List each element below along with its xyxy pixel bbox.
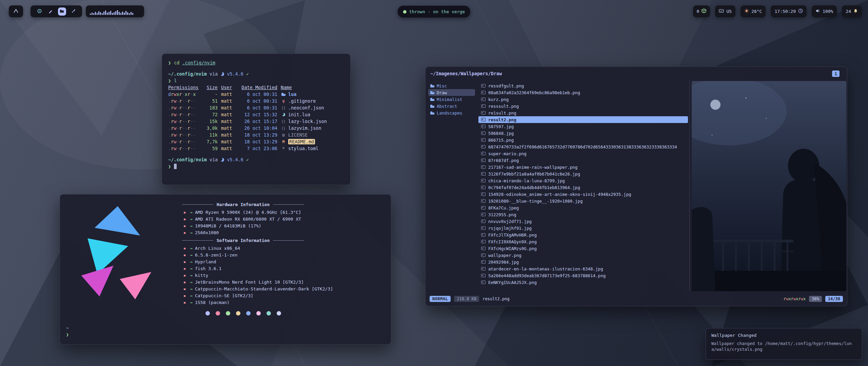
folder-icon	[59, 8, 64, 15]
file-owner: matt	[221, 125, 236, 131]
workspace-3-button[interactable]	[58, 7, 66, 16]
filetype-icon	[281, 126, 286, 130]
file-item[interactable]: FXfcJlTXgAMvH6R.png	[478, 231, 688, 238]
info-value: Catppuccin-Macchiato-Standard-Lavender-D…	[195, 286, 333, 291]
file-item[interactable]: ressdfgult.png	[478, 82, 688, 89]
file-name: chica-mirando-la-luna-8799.jpg	[488, 178, 565, 183]
file-item[interactable]: atardecer-en-la-montanas-ilustracion-634…	[478, 265, 688, 272]
clock-pill[interactable]: 17:50:29	[771, 5, 807, 17]
file-item[interactable]: 217167-sad-anime-rain-wallpaper.png	[478, 164, 688, 170]
visualizer-bar	[92, 13, 93, 15]
file-item[interactable]: wallpaper.png	[478, 252, 688, 259]
file-item[interactable]: nnvuv0xj2df71.jpg	[478, 218, 688, 225]
lua-icon	[220, 158, 224, 162]
file-item[interactable]: super-mario.png	[478, 150, 688, 157]
shell-prompt: ~/.config/nvimviav5.4.6✓	[168, 70, 344, 77]
file-item[interactable]: FXfcHgcWIAMzs0G.png	[478, 245, 688, 252]
terminal-window: ❯cd.config/nvim ~/.config/nvimviav5.4.6✓…	[162, 54, 351, 185]
file-row: .rw-r--r-- 59 matt 7 oct 23:06 stylua.to…	[168, 145, 344, 152]
info-value: AMD ATI Radeon RX 6800/6800 XT / 6900 XT	[195, 217, 301, 222]
file-item[interactable]: 154928-odinokoe_anime-art-anime-okno-sin…	[478, 191, 688, 198]
file-item[interactable]: kurz.png	[478, 96, 688, 103]
file-name: 154928-odinokoe_anime-art-anime-okno-sin…	[488, 192, 631, 197]
sidebar-directory[interactable]: Misc	[428, 82, 475, 89]
notification-popup[interactable]: Wallpaper Changed Wallpaper changed to /…	[706, 328, 862, 360]
file-name: 217167-sad-anime-rain-wallpaper.png	[488, 165, 577, 170]
filetype-icon	[281, 140, 286, 144]
info-line: Hyprland	[182, 258, 386, 265]
arrow-icon	[188, 230, 195, 235]
file-date: 18 oct 13:29	[239, 132, 277, 138]
launcher-arrow-icon	[13, 8, 19, 15]
info-icon	[182, 266, 188, 271]
file-size: 72	[203, 112, 218, 117]
file-owner: matt	[221, 139, 236, 144]
sidebar-directory[interactable]: Landscapes	[428, 109, 475, 116]
weather-pill[interactable]: 26°C	[741, 5, 766, 17]
file-item[interactable]: rsjqojlmjhf91.jpg	[478, 225, 688, 231]
file-item[interactable]: re1sult.png	[478, 109, 688, 116]
file-item[interactable]: 19201080-__blue-tinge__-1920×1080.jpg	[478, 198, 688, 204]
visualizer-bar	[102, 13, 103, 15]
sidebar-directory[interactable]: Abstract	[428, 103, 475, 109]
file-name-cell: stylua.toml	[281, 145, 344, 151]
status-bar: NORMAL 218.8 KB result2.png -rwxrwxrwx 3…	[430, 295, 843, 303]
volume-pill[interactable]: 100%	[812, 5, 837, 17]
file-item[interactable]: 5a266e448add93deab367d87173e9f25-6837886…	[478, 272, 688, 279]
file-item[interactable]: FXfcII0X0AQyn9X.png	[478, 238, 688, 245]
directory-name: Draw	[437, 90, 447, 95]
keyboard-layout-pill[interactable]: US	[715, 5, 735, 17]
file-item[interactable]: EeNKYgIUcAAJ5JX.png	[478, 279, 688, 286]
file-item[interactable]: 587597.jpg	[478, 123, 688, 130]
palette-dot	[216, 311, 220, 316]
file-item[interactable]: 866715.png	[478, 137, 688, 143]
file-item[interactable]: 87r687df.png	[478, 157, 688, 164]
status-ok-icon: ✓	[246, 157, 249, 162]
workspace-4-button[interactable]	[69, 7, 77, 16]
file-item[interactable]: 596848.jpg	[478, 130, 688, 137]
workspace-2-button[interactable]	[47, 7, 55, 16]
file-name-cell: lua	[281, 92, 344, 97]
workspace-1-button[interactable]	[36, 7, 44, 16]
file-row: drwxr-xr-x - matt 6 oct 00:31 lua	[168, 91, 344, 98]
shell-prompt[interactable]: ~ ❯	[66, 325, 69, 338]
info-icon	[182, 259, 188, 264]
image-file-icon	[481, 247, 486, 250]
file-item[interactable]: 20492984.jpg	[478, 259, 688, 265]
updates-pill[interactable]: 0	[693, 5, 710, 17]
file-item[interactable]: chica-mirando-la-luna-8799.jpg	[478, 177, 688, 184]
notifications-pill[interactable]: 24	[842, 5, 862, 17]
tab-badge[interactable]: 1	[832, 70, 840, 77]
file-item[interactable]: result2.png	[478, 116, 688, 123]
info-line: 6.5.8-zen1-1-zen	[182, 251, 386, 258]
hyprland-logo	[70, 203, 164, 308]
file-item[interactable]: 3126f7e9bbf21a8a4af0b67b041c6e26.jpg	[478, 170, 688, 177]
browser-icon	[37, 8, 42, 15]
notification-count: 24	[846, 9, 851, 14]
info-icon	[182, 223, 188, 228]
sidebar-directory[interactable]: Minimalist	[428, 96, 475, 103]
file-item[interactable]: 3122955.png	[478, 211, 688, 218]
file-item[interactable]: 0c794faf07de24a4db4d4fb1eb813964.jpg	[478, 184, 688, 191]
file-item[interactable]: 08a634fa02a32364f69ebc86a98eb1eb.png	[478, 89, 688, 96]
prompt-input-line[interactable]: ❯	[168, 163, 344, 170]
arrow-icon	[188, 217, 195, 222]
prompt-via: via	[210, 157, 218, 162]
file-name: 08a634fa02a32364f69ebc86a98eb1eb.png	[488, 90, 580, 95]
filetype-icon	[281, 133, 286, 137]
file-item[interactable]: 8FKa7Cu.jpeg	[478, 204, 688, 211]
image-file-icon	[481, 253, 486, 257]
lua-version: v5.4.6	[227, 71, 243, 77]
file-name: 8FKa7Cu.jpeg	[488, 205, 519, 210]
file-item[interactable]: 68747470733a2f2f696d616765732d7769786d70…	[478, 143, 688, 150]
media-player-pill[interactable]: thrown - on the verge	[397, 5, 471, 18]
image-file-icon	[481, 186, 486, 189]
file-owner: matt	[221, 112, 236, 117]
file-name: FXfcJlTXgAMvH6R.png	[488, 232, 537, 238]
file-item[interactable]: resssult.png	[478, 103, 688, 109]
visualizer-bar	[115, 11, 116, 15]
directory-sidebar: Misc Draw Minimalist Abstract	[426, 80, 476, 291]
sidebar-directory[interactable]: Draw	[428, 89, 475, 96]
app-launcher-button[interactable]	[9, 5, 23, 17]
file-owner: matt	[221, 119, 236, 124]
